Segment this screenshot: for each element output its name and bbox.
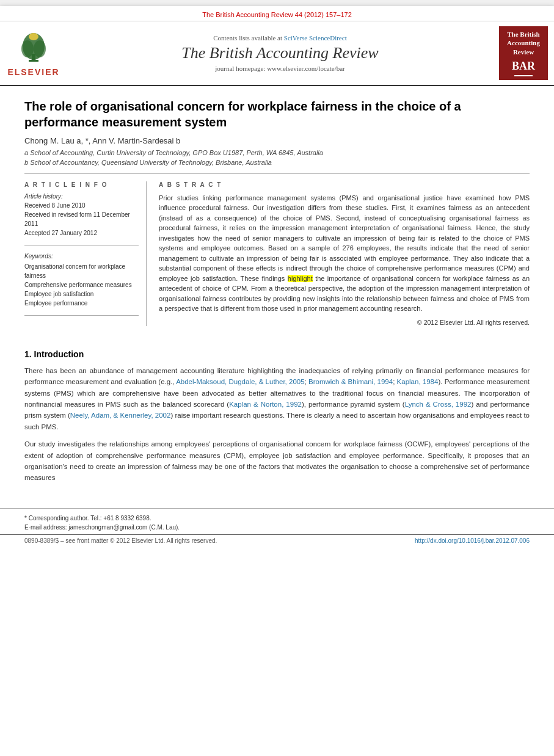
footer-doi[interactable]: http://dx.doi.org/10.1016/j.bar.2012.07.… xyxy=(415,537,530,544)
page: The British Accounting Review 44 (2012) … xyxy=(0,6,554,756)
journal-ref: The British Accounting Review 44 (2012) … xyxy=(202,11,352,18)
journal-center: Contents lists available at SciVerse Sci… xyxy=(67,26,493,80)
svg-rect-1 xyxy=(29,60,38,62)
keyword-4: Employee performance xyxy=(24,299,139,308)
accepted-date: Accepted 27 January 2012 xyxy=(24,228,139,238)
top-bar: The British Accounting Review 44 (2012) … xyxy=(0,6,554,21)
keywords-label: Keywords: xyxy=(24,253,139,260)
keywords-divider xyxy=(24,315,139,316)
contents-line: Contents lists available at SciVerse Sci… xyxy=(213,34,346,42)
info-divider xyxy=(24,245,139,245)
affiliation-b: b School of Accountancy, Queensland Univ… xyxy=(24,159,530,166)
keywords-group: Keywords: Organisational concern for wor… xyxy=(24,253,139,308)
received-date: Received 8 June 2010 xyxy=(24,201,139,210)
footnote-corresponding: * Corresponding author. Tel.: +61 8 9332… xyxy=(24,514,530,523)
journal-header: ELSEVIER Contents lists available at Sci… xyxy=(0,21,554,86)
copyright: © 2012 Elsevier Ltd. All rights reserved… xyxy=(159,319,530,326)
article-info-label: A R T I C L E I N F O xyxy=(24,181,139,188)
authors: Chong M. Lau a, *, Ann V. Martin-Sardesa… xyxy=(24,136,530,145)
cite-neely[interactable]: Neely, Adam, & Kennerley, 2002 xyxy=(70,412,171,419)
introduction-heading: 1. Introduction xyxy=(24,349,530,359)
footer-issn: 0890-8389/$ – see front matter © 2012 El… xyxy=(24,537,217,544)
journal-homepage: journal homepage: www.elsevier.com/locat… xyxy=(215,65,345,72)
article-info-column: A R T I C L E I N F O Article history: R… xyxy=(24,181,147,326)
intro-para2: Our study investigates the relationships… xyxy=(24,438,530,484)
abstract-text: Prior studies linking performance manage… xyxy=(159,193,530,314)
elsevier-tree-icon xyxy=(15,29,52,66)
keyword-3: Employee job satisfaction xyxy=(24,289,139,299)
abstract-column: A B S T R A C T Prior studies linking pe… xyxy=(159,181,530,326)
body-content: 1. Introduction There has been an abunda… xyxy=(0,349,554,502)
page-footer: 0890-8389/$ – see front matter © 2012 El… xyxy=(0,534,554,547)
footnote-email: E-mail address: jameschongman@gmail.com … xyxy=(24,523,530,532)
article-title: The role of organisational concern for w… xyxy=(24,98,530,130)
cite-lynch[interactable]: Lynch & Cross, 1992 xyxy=(405,401,472,408)
intro-para1: There has been an abundance of managemen… xyxy=(24,365,530,432)
affiliation-a: a School of Accounting, Curtin Universit… xyxy=(24,149,530,156)
abstract-label: A B S T R A C T xyxy=(159,181,530,188)
bar-logo-box: The BritishAccountingReview BAR xyxy=(499,26,548,80)
footnote-area: * Corresponding author. Tel.: +61 8 9332… xyxy=(0,508,554,534)
svg-point-5 xyxy=(29,33,38,40)
history-label: Article history: xyxy=(24,193,139,200)
svg-point-4 xyxy=(34,40,46,57)
received-revised-date: Received in revised form 11 December 201… xyxy=(24,210,139,228)
divider xyxy=(24,173,530,174)
article-history: Article history: Received 8 June 2010 Re… xyxy=(24,193,139,238)
bar-logo-title: The BritishAccountingReview xyxy=(507,30,540,56)
sciverse-link[interactable]: SciVerse ScienceDirect xyxy=(284,34,347,42)
cite-kaplan-norton[interactable]: Kaplan & Norton, 1992 xyxy=(229,401,302,408)
two-column-layout: A R T I C L E I N F O Article history: R… xyxy=(24,181,530,326)
elsevier-wordmark: ELSEVIER xyxy=(7,67,59,77)
keyword-1: Organisational concern for workplace fai… xyxy=(24,262,139,280)
elsevier-logo: ELSEVIER xyxy=(6,26,61,80)
cite-bromwich[interactable]: Bromwich & Bhimani, 1994 xyxy=(308,378,393,385)
svg-point-3 xyxy=(21,40,34,57)
highlight-text: highlight xyxy=(288,275,313,282)
journal-title: The British Accounting Review xyxy=(181,44,378,62)
cite-abdel[interactable]: Abdel-Maksoud, Dugdale, & Luther, 2005 xyxy=(176,378,304,385)
cite-kaplan[interactable]: Kaplan, 1984 xyxy=(397,378,439,385)
keyword-2: Comprehensive performance measures xyxy=(24,280,139,289)
article-content: The role of organisational concern for w… xyxy=(0,86,554,338)
